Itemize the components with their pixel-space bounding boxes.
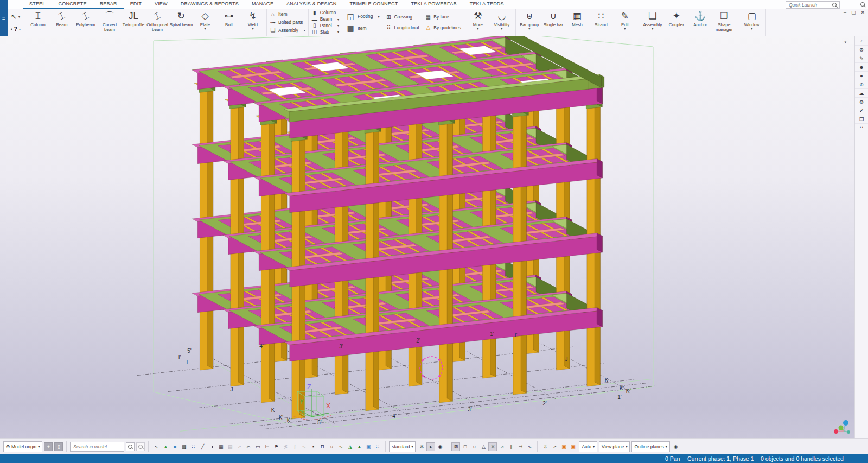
smart-select-icon[interactable]: ▸	[426, 442, 435, 451]
select-assembly-objects-icon[interactable]: ◮	[346, 442, 354, 451]
tab-trimble-connect[interactable]: TRIMBLE CONNECT	[343, 0, 404, 8]
ribbon-bar-group-button[interactable]: ⊎Bar group▾	[518, 9, 541, 35]
properties-gear-icon[interactable]: ⚙	[855, 46, 868, 54]
model-cube-icon[interactable]: ❒	[855, 115, 868, 124]
tab-manage[interactable]: MANAGE	[245, 0, 280, 8]
ribbon-strand-button[interactable]: ∷Strand	[589, 9, 613, 35]
tab-steel[interactable]: STEEL	[23, 0, 52, 8]
select-rebar-set-icon[interactable]: ∿	[299, 442, 308, 451]
ribbon-orthogonal-beam-button[interactable]: ⌶Orthogonal beam	[145, 9, 169, 35]
ribbon-coupler-button[interactable]: ✦Coupler	[665, 9, 688, 35]
cloud-icon[interactable]: ☁	[855, 89, 868, 98]
add-view-button[interactable]: +	[44, 442, 53, 451]
model-3d-scene[interactable]	[0, 36, 855, 438]
corner-search-icon[interactable]	[860, 2, 865, 7]
select-components-icon[interactable]: ▲	[161, 442, 170, 451]
select-component-objects-icon[interactable]: ▲	[355, 442, 363, 451]
file-menu-button[interactable]: ≡	[0, 0, 8, 36]
collaboration-icon[interactable]: ☻	[855, 63, 868, 72]
status-check-icon[interactable]: ✔	[855, 106, 868, 115]
highlight-eye-icon[interactable]: ◉	[436, 442, 444, 451]
ribbon-polybeam-button[interactable]: ⌶Polybeam	[74, 9, 98, 35]
quick-launch-search-icon[interactable]	[832, 3, 837, 7]
snap-geometry-points-icon[interactable]: □	[461, 442, 469, 451]
ribbon-crossing-button[interactable]: ⊞Crossing	[384, 14, 420, 20]
quick-launch-input[interactable]	[788, 2, 832, 8]
ribbon-window-button[interactable]: ▢Window▾	[740, 9, 764, 35]
select-points-icon[interactable]: ∷	[189, 442, 197, 451]
select-views-icon[interactable]: ▭	[253, 442, 262, 451]
search-input[interactable]	[72, 443, 122, 450]
snap-parallel-icon[interactable]: ∥	[507, 442, 515, 451]
select-lines-icon[interactable]: ╱	[198, 442, 207, 451]
globe-icon[interactable]: ⊕	[855, 80, 868, 89]
snap-settings-icon[interactable]: ✻	[417, 442, 426, 451]
model-viewport[interactable]: 5'I'I4'3'2'1'I'JKK'K''5'4'3'2'1'JKK'K''Z…	[0, 36, 855, 438]
ribbon-twin-profile-button[interactable]: JLTwin profile	[122, 9, 145, 35]
ribbon-by-guidelines-button[interactable]: △By guidelines	[424, 24, 462, 30]
select-sphere-icon[interactable]: ◑	[207, 442, 216, 451]
select-all-icon[interactable]: ↖	[152, 442, 161, 451]
snap-direction-icon[interactable]: ↗	[550, 442, 559, 451]
ribbon-beam-button[interactable]: ▬Beam▾	[310, 16, 340, 22]
select-parts-icon[interactable]: ■	[170, 442, 179, 451]
visibility-eye-icon[interactable]: ◉	[672, 442, 680, 451]
snap-nearest-icon[interactable]: ∿	[525, 442, 534, 451]
view-plane-dropdown[interactable]: View plane ▾	[599, 441, 630, 452]
close-button[interactable]: ✕	[860, 10, 865, 15]
ribbon-mesh-button[interactable]: ▦Mesh	[565, 9, 589, 35]
snap-reference-points-icon[interactable]: ⊠	[451, 442, 460, 451]
select-flags-icon[interactable]: ⚑	[272, 442, 280, 451]
snap-depth-icon[interactable]: ⇳	[541, 442, 550, 451]
ribbon-shape-manager-button[interactable]: ❒Shape manager	[712, 9, 736, 35]
pointer-tool-button[interactable]: ↖ ▾	[11, 12, 21, 21]
minimize-button[interactable]: –	[844, 10, 846, 15]
outline-planes-dropdown[interactable]: Outline planes ▾	[631, 441, 669, 452]
ribbon-spiral-beam-button[interactable]: ↻Spiral beam	[169, 9, 193, 35]
select-rebar-group-icon[interactable]: ≶	[281, 442, 290, 451]
help-tool-button[interactable]: ▪ ? ▾	[11, 26, 21, 32]
tab-edit[interactable]: EDIT	[124, 0, 148, 8]
ribbon-column-button[interactable]: ▮Column	[310, 10, 340, 16]
select-ellipse-icon[interactable]: ○	[327, 442, 336, 451]
tab-tekla-powerfab[interactable]: TEKLA POWERFAB	[404, 0, 463, 8]
select-loads-icon[interactable]: ▪	[309, 442, 317, 451]
tab-rebar[interactable]: REBAR	[93, 0, 124, 8]
select-grid-snap-icon[interactable]: ▣	[364, 442, 373, 451]
relative-coords-icon[interactable]: ▣	[569, 442, 577, 451]
settings-gear-icon[interactable]: ⚙	[855, 98, 868, 106]
select-single-rebar-icon[interactable]: ∫	[290, 442, 299, 451]
snap-perpendicular-icon[interactable]: ⊿	[497, 442, 506, 451]
select-forms-icon[interactable]: Π	[318, 442, 327, 451]
select-grid-lines-icon[interactable]: ▤	[226, 442, 234, 451]
ribbon-slab-button[interactable]: ◫Slab▾	[310, 29, 340, 35]
tab-drawings-reports[interactable]: DRAWINGS & REPORTS	[174, 0, 245, 8]
tab-concrete[interactable]: CONCRETE	[52, 0, 93, 8]
collapse-chevron-icon[interactable]: ‹	[855, 37, 868, 46]
select-surfaces-icon[interactable]: ▩	[180, 442, 188, 451]
ribbon-anchor-button[interactable]: ⚓Anchor	[688, 9, 712, 35]
ribbon-item-button[interactable]: ⌂Item	[269, 11, 307, 17]
tab-view[interactable]: VIEW	[148, 0, 174, 8]
ribbon-weld-button[interactable]: ↯Weld▾	[241, 9, 265, 35]
snap-center-icon[interactable]: ○	[470, 442, 478, 451]
tab-analysis-design[interactable]: ANALYSIS & DESIGN	[280, 0, 343, 8]
tab-tekla-tedds[interactable]: TEKLA TEDDS	[463, 0, 510, 8]
ribbon-column-button[interactable]: ⌶Column	[26, 9, 50, 35]
search-options-button[interactable]	[136, 442, 145, 451]
maximize-button[interactable]: ▢	[851, 10, 856, 15]
ribbon-collapse-icon[interactable]: ▾	[844, 40, 846, 45]
delete-view-button[interactable]: ▯	[54, 442, 63, 451]
snap-midpoint-icon[interactable]: △	[479, 442, 488, 451]
ribbon-longitudinal-button[interactable]: ⠿Longitudinal	[384, 24, 420, 30]
ribbon-panel-button[interactable]: ▯Panel▾	[310, 22, 340, 28]
snap-intersection-icon[interactable]: ✕	[488, 442, 497, 451]
auto-dropdown[interactable]: Auto ▾	[579, 441, 597, 452]
ortho-snap-icon[interactable]: ▣	[559, 442, 568, 451]
selection-filter-dropdown[interactable]: standard ▾	[389, 441, 416, 452]
learning-icon[interactable]: ✎	[855, 54, 868, 63]
ribbon-curved-beam-button[interactable]: ⌒Curved beam	[98, 9, 122, 35]
ribbon-single-bar-button[interactable]: ∪Single bar	[541, 9, 565, 35]
ribbon-footing-button[interactable]: ◱Footing▾	[344, 12, 380, 21]
select-reference-icon[interactable]: ∷	[373, 442, 382, 451]
